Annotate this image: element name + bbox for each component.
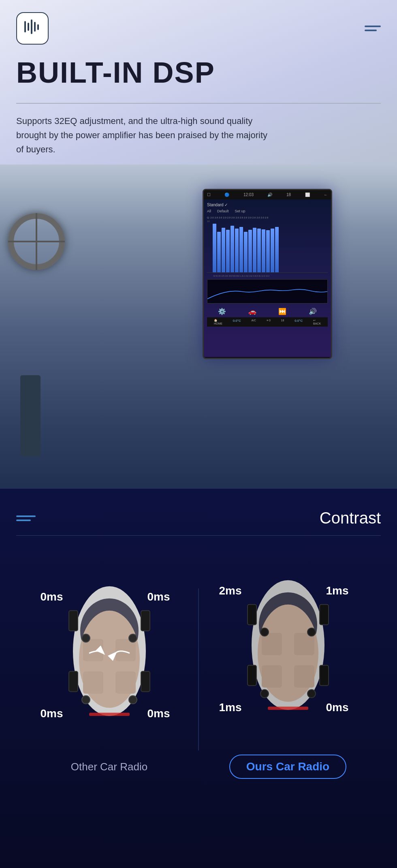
q-values-row: Q: 2.02.02.02.02.0 2.02.02.02.02.0 2.02.… xyxy=(207,216,328,219)
eq-bar-3 xyxy=(222,228,225,272)
menu-line-2 xyxy=(365,30,377,31)
screen-nav-icon-3[interactable]: ⏭️ xyxy=(278,308,286,315)
eq-bar-13 xyxy=(266,230,270,272)
svg-rect-41 xyxy=(268,707,308,710)
menu-button[interactable] xyxy=(365,26,381,31)
screen-ac[interactable]: A/C xyxy=(251,319,256,325)
title-area: BUILT-IN DSP xyxy=(0,53,397,97)
ours-ms-bottom-left: 1ms xyxy=(219,701,242,714)
page-title: BUILT-IN DSP xyxy=(16,57,381,89)
screen-icon: ☐ xyxy=(207,192,211,197)
svg-rect-10 xyxy=(83,671,103,694)
screen-nav-icon-4[interactable]: 🔊 xyxy=(309,308,317,315)
eq-bar-8 xyxy=(244,232,248,272)
svg-rect-39 xyxy=(248,665,256,686)
contrast-line-1 xyxy=(16,515,36,517)
eq-bar-11 xyxy=(257,229,261,272)
logo-icon xyxy=(23,18,41,39)
screen-temp-right: 0.0°C xyxy=(295,319,303,325)
svg-rect-16 xyxy=(69,611,78,631)
eq-bar-15 xyxy=(275,227,279,272)
eq-bar-12 xyxy=(262,229,265,272)
logo[interactable] xyxy=(16,12,49,45)
svg-point-35 xyxy=(260,690,269,698)
other-car-label: Other Car Radio xyxy=(71,761,147,773)
contrast-section: Contrast 0ms 0ms 0ms 0ms xyxy=(0,489,397,868)
top-nav xyxy=(0,0,397,53)
svg-rect-37 xyxy=(248,605,256,625)
screen-body: Standard ✓ All Default Set up Q: 2.02.02… xyxy=(204,199,331,357)
svg-point-34 xyxy=(307,628,316,636)
screen-nav-icon: 🔵 xyxy=(224,192,229,197)
svg-rect-19 xyxy=(141,671,150,692)
subtitle: Supports 32EQ adjustment, and the ultra-… xyxy=(0,110,284,165)
svg-rect-20 xyxy=(89,713,130,716)
eq-bar-1 xyxy=(213,224,216,272)
screen-battery-val: 18 xyxy=(286,192,291,197)
contrast-icon xyxy=(16,515,36,521)
eq-graph xyxy=(207,279,328,304)
screen-back-btn[interactable]: ↩BACK xyxy=(313,319,321,325)
eq-mode-label: Standard ✓ xyxy=(207,203,328,207)
screen-temp-mid: ≡ 0 xyxy=(267,319,271,325)
contrast-header: Contrast xyxy=(16,509,381,527)
svg-rect-2 xyxy=(31,19,32,34)
eq-option-setup[interactable]: Set up xyxy=(235,209,245,213)
screen-header: ☐ 🔵 12:03 🔊 18 ⬜ ← xyxy=(204,190,331,199)
svg-rect-1 xyxy=(28,23,29,31)
svg-rect-32 xyxy=(294,665,314,688)
seatbelt xyxy=(20,375,41,456)
svg-point-33 xyxy=(260,628,269,636)
other-car-image xyxy=(65,578,154,726)
steering-wheel xyxy=(8,213,65,270)
dashboard-screen: ☐ 🔵 12:03 🔊 18 ⬜ ← Standard ✓ All Defaul… xyxy=(203,189,332,359)
eq-bar-4 xyxy=(226,230,230,272)
screen-nav-icon-1[interactable]: ⚙️ xyxy=(218,308,226,315)
eq-options: All Default Set up xyxy=(207,209,328,213)
ours-car-side: 2ms 1ms 1ms 0ms xyxy=(199,560,377,779)
contrast-divider xyxy=(16,535,381,536)
screen-nav-icon-2[interactable]: 🚗 xyxy=(248,308,256,315)
ours-car-image xyxy=(243,572,333,720)
screen-back: ← xyxy=(324,192,328,197)
svg-rect-4 xyxy=(37,24,39,30)
screen-bottom-nav: ⚙️ 🚗 ⏭️ 🔊 xyxy=(207,306,328,317)
svg-rect-0 xyxy=(24,21,26,32)
screen-status-bar: 🏠HOME 0.0°C A/C ≡ 0 18 0.0°C ↩BACK xyxy=(207,317,328,327)
svg-point-13 xyxy=(129,634,137,642)
svg-rect-17 xyxy=(141,611,150,631)
hero-section: BUILT-IN DSP Supports 32EQ adjustment, a… xyxy=(0,0,397,489)
other-car-side: 0ms 0ms 0ms 0ms xyxy=(20,566,198,773)
other-car-container: 0ms 0ms 0ms 0ms xyxy=(41,566,178,753)
other-ms-top-left: 0ms xyxy=(41,590,63,603)
other-ms-bottom-left: 0ms xyxy=(41,707,63,720)
ours-car-label[interactable]: Ours Car Radio xyxy=(229,755,346,779)
screen-battery-icon: ⬜ xyxy=(305,192,310,197)
cars-comparison: 0ms 0ms 0ms 0ms xyxy=(16,560,381,779)
eq-bar-14 xyxy=(271,229,274,272)
svg-rect-31 xyxy=(262,665,282,688)
screen-time: 12:03 xyxy=(243,192,254,197)
eq-bar-6 xyxy=(235,229,239,272)
ours-car-container: 2ms 1ms 1ms 0ms xyxy=(219,560,357,746)
interior-bg: ☐ 🔵 12:03 🔊 18 ⬜ ← Standard ✓ All Defaul… xyxy=(0,165,397,489)
eq-bar-7 xyxy=(239,227,243,272)
ours-ms-top-left: 2ms xyxy=(219,584,242,597)
freq-row: 30 50 80 125 200 300 500 800 1.2k 2.0k 3… xyxy=(207,275,328,277)
svg-rect-18 xyxy=(69,671,78,692)
eq-bar-2 xyxy=(217,232,221,272)
eq-bar-5 xyxy=(231,226,234,272)
svg-point-12 xyxy=(82,634,90,642)
car-interior-image: ☐ 🔵 12:03 🔊 18 ⬜ ← Standard ✓ All Defaul… xyxy=(0,165,397,489)
svg-rect-11 xyxy=(115,671,136,694)
eq-bar-9 xyxy=(248,230,252,272)
screen-temp-left: 0.0°C xyxy=(233,319,241,325)
contrast-title: Contrast xyxy=(320,509,381,527)
screen-home[interactable]: 🏠HOME xyxy=(214,319,222,325)
svg-point-14 xyxy=(82,696,90,704)
eq-option-all[interactable]: All xyxy=(207,209,211,213)
eq-bars: 10 xyxy=(207,220,328,273)
ours-car-label-container: Ours Car Radio xyxy=(229,746,346,779)
eq-option-default[interactable]: Default xyxy=(217,209,229,213)
svg-point-15 xyxy=(129,696,137,704)
